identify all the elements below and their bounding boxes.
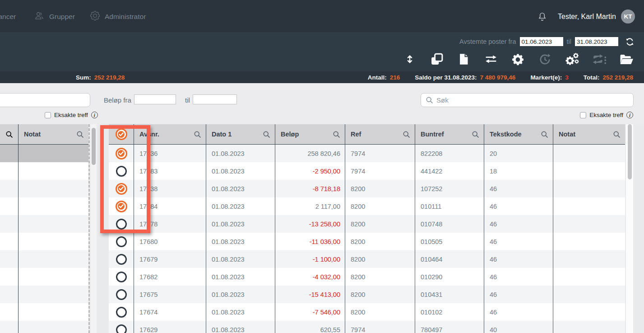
table-row[interactable] <box>0 303 88 321</box>
header-tekstkode[interactable]: Tekstkode <box>484 124 553 144</box>
column-search-icon[interactable] <box>613 131 621 138</box>
table-row[interactable]: 17682 01.08.2023 -4 032,00 8200 010290 4… <box>109 268 625 286</box>
table-row[interactable] <box>0 268 88 286</box>
header-notat[interactable]: Notat <box>553 124 625 144</box>
table-row[interactable]: 17678 01.08.2023 -13 258,00 8200 010748 … <box>109 215 625 233</box>
scrollbar-thumb[interactable] <box>628 124 632 179</box>
search-box[interactable] <box>421 93 634 107</box>
column-search-icon[interactable] <box>541 131 548 138</box>
table-row[interactable] <box>0 286 88 303</box>
table-row[interactable] <box>0 321 88 333</box>
search-input[interactable] <box>436 96 629 104</box>
history-icon <box>537 52 552 67</box>
eksakte-treff-checkbox[interactable] <box>45 112 51 118</box>
panel-divider[interactable] <box>88 124 90 333</box>
cell-tekstkode: 20 <box>484 145 553 162</box>
column-search-icon[interactable] <box>333 131 340 138</box>
belop-til-input[interactable] <box>193 94 237 104</box>
nav-item-grupper[interactable]: Grupper <box>34 0 75 33</box>
cell-notat <box>553 215 625 233</box>
repeat-icon <box>592 52 607 67</box>
table-row[interactable]: 17836 01.08.2023 258 820,46 7974 822208 … <box>109 145 625 162</box>
cell-notat <box>553 162 625 180</box>
header-ref[interactable]: Ref <box>345 124 415 144</box>
cell-avsnr: 17674 <box>134 303 206 321</box>
total-value: 252 219,28 <box>602 74 633 81</box>
avatar[interactable]: KT <box>621 9 635 23</box>
cell-notat <box>19 268 88 286</box>
gear-icon[interactable] <box>510 52 525 67</box>
column-search-icon[interactable] <box>403 131 410 138</box>
markert-status: Markert(e): 3 <box>530 71 568 83</box>
date-to-input[interactable] <box>575 37 618 46</box>
cell-buntref: 010290 <box>415 268 484 286</box>
highlight-annotation-box <box>100 125 150 233</box>
cell-tekstkode: 18 <box>484 162 553 180</box>
row-check-icon[interactable] <box>116 236 127 247</box>
header-notat[interactable]: Notat <box>19 124 88 144</box>
table-row[interactable] <box>0 180 88 197</box>
cell-belop: 258 820,46 <box>275 145 345 162</box>
table-row[interactable]: 17838 01.08.2023 -8 718,18 8200 107252 4… <box>109 180 625 197</box>
resize-vertical-icon[interactable] <box>402 52 417 67</box>
open-folder-icon[interactable] <box>619 52 634 67</box>
date-from-input[interactable] <box>520 37 563 46</box>
bell-icon[interactable] <box>537 11 547 24</box>
table-row[interactable] <box>0 145 88 162</box>
column-search-icon[interactable] <box>472 131 479 138</box>
refresh-icon[interactable] <box>625 37 635 47</box>
table-row[interactable] <box>0 250 88 268</box>
left-scrollbar[interactable] <box>91 124 97 333</box>
cell-buntref: 780497 <box>415 321 484 333</box>
cell-buntref: 010505 <box>415 233 484 250</box>
table-row[interactable] <box>0 197 88 215</box>
row-check-icon[interactable] <box>116 324 127 333</box>
cell-ref: 8200 <box>345 250 415 268</box>
cell-buntref: 010748 <box>415 215 484 233</box>
antall-value: 216 <box>390 74 400 81</box>
cell-avsnr: 17629 <box>134 321 206 333</box>
table-row[interactable]: 17674 01.08.2023 -7 546,00 8200 010102 4… <box>109 303 625 321</box>
table-row[interactable]: 17683 01.08.2023 -2 950,00 7974 441422 1… <box>109 162 625 180</box>
row-check-icon[interactable] <box>116 254 127 265</box>
row-check-icon[interactable] <box>116 289 127 300</box>
row-check-icon[interactable] <box>116 307 127 318</box>
gears-icon[interactable] <box>565 52 579 67</box>
eksakte-treff-checkbox[interactable] <box>580 112 586 118</box>
table-row[interactable]: 17684 01.08.2023 2 117,00 8200 010111 46 <box>109 197 625 215</box>
info-icon[interactable]: i <box>626 112 633 118</box>
column-search-icon[interactable] <box>0 124 19 144</box>
markert-value: 3 <box>565 74 569 81</box>
belop-fra-input[interactable] <box>134 94 176 104</box>
cell-dato: 01.08.2023 <box>206 303 275 321</box>
right-scrollbar[interactable] <box>626 124 633 333</box>
column-search-icon[interactable] <box>194 131 201 138</box>
column-search-icon[interactable] <box>76 131 84 138</box>
table-row[interactable] <box>0 215 88 233</box>
copy-icon[interactable] <box>429 52 444 67</box>
left-search-input[interactable] <box>0 93 90 107</box>
row-check-icon[interactable] <box>116 272 127 282</box>
header-belop[interactable]: Beløp <box>275 124 345 144</box>
scrollbar-thumb[interactable] <box>92 128 96 165</box>
user-name[interactable]: Tester, Karl Martin <box>558 0 616 33</box>
nav-item-administrator[interactable]: Administrator <box>90 0 146 33</box>
cell-buntref: 441422 <box>415 162 484 180</box>
sum-status: Sum: 252 219,28 <box>76 71 125 83</box>
reconciliation-app: lancer Grupper Administrator <box>0 0 644 333</box>
column-search-icon[interactable] <box>263 131 270 138</box>
table-row[interactable]: 17629 01.08.2023 620,55 7974 780497 40 <box>109 321 625 333</box>
table-row[interactable] <box>0 162 88 180</box>
table-row[interactable]: 17679 01.08.2023 -1 100,00 8200 010464 4… <box>109 250 625 268</box>
nav-item-balancer[interactable]: lancer <box>0 0 16 33</box>
table-row[interactable]: 17680 01.08.2023 -11 036,00 8200 010505 … <box>109 233 625 250</box>
table-row[interactable] <box>0 233 88 250</box>
cell-belop: 620,55 <box>275 321 345 333</box>
transfer-arrows-icon[interactable] <box>483 52 498 67</box>
info-icon[interactable]: i <box>91 112 98 118</box>
table-row[interactable]: 17675 01.08.2023 -15 413,00 8200 010431 … <box>109 286 625 303</box>
document-icon[interactable] <box>456 52 471 67</box>
eksakte-treff-label: Eksakte treff <box>54 112 88 118</box>
header-buntref[interactable]: Buntref <box>415 124 484 144</box>
header-dato[interactable]: Dato 1 <box>206 124 275 144</box>
